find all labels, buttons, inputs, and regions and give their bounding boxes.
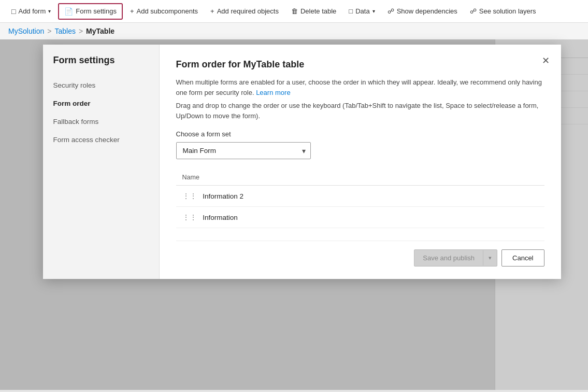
delete-table-button[interactable]: 🗑 Delete table [286,4,341,18]
see-solution-layers-button[interactable]: ☍ See solution layers [465,4,541,18]
solution-layers-icon: ☍ [470,7,477,15]
name-column-header: Name [176,170,544,186]
save-publish-dropdown-icon[interactable]: ▾ [483,250,497,265]
form-order-table: Name ⋮⋮ Information 2 ⋮⋮ [176,170,544,228]
table-cell-information: ⋮⋮ Information [176,207,544,228]
dialog-container: Form settings Security roles Form order … [43,45,561,279]
dialog-footer: Save and publish ▾ Cancel [176,241,544,267]
sidebar-item-security-roles[interactable]: Security roles [43,76,159,94]
data-button[interactable]: □ Data ▾ [343,4,380,18]
add-subcomponents-plus-icon: + [130,7,134,15]
drag-handle-icon[interactable]: ⋮⋮ [182,213,197,221]
add-form-icon: □ [11,7,16,16]
dialog-desc-2: Drag and drop to change the order or use… [176,101,544,121]
breadcrumb-sep-2: > [79,27,83,35]
cancel-button[interactable]: Cancel [501,249,544,267]
table-row: ⋮⋮ Information [176,207,544,228]
sidebar-item-fallback-forms[interactable]: Fallback forms [43,113,159,131]
breadcrumb-current: MyTable [86,27,114,35]
form-settings-button[interactable]: 📄 Form settings [58,3,123,20]
dialog-overlay: Form settings Security roles Form order … [0,39,588,390]
add-form-button[interactable]: □ Add form ▾ [6,4,56,19]
dialog-title: Form order for MyTable table [176,59,544,70]
drag-handle-icon[interactable]: ⋮⋮ [182,192,197,200]
add-form-chevron-icon: ▾ [48,8,51,14]
breadcrumb-solution[interactable]: MySolution [8,27,44,35]
show-dependencies-button[interactable]: ☍ Show dependencies [382,4,463,18]
save-publish-main[interactable]: Save and publish [414,250,483,266]
sidebar-item-form-order[interactable]: Form order [43,94,159,113]
sidebar-title: Form settings [43,55,159,76]
breadcrumb-tables[interactable]: Tables [54,27,75,35]
dialog-desc-1: When multiple forms are enabled for a us… [176,77,544,97]
data-icon: □ [349,7,353,15]
breadcrumb-sep-1: > [47,27,51,35]
dialog-close-button[interactable]: ✕ [539,53,553,68]
main-layout: Type ▾ Custom Custom Custom Custom Form … [0,39,588,390]
save-publish-button[interactable]: Save and publish ▾ [414,249,497,267]
dependencies-icon: ☍ [388,7,394,15]
learn-more-link[interactable]: Learn more [256,89,290,96]
form-settings-sidebar: Form settings Security roles Form order … [43,45,160,279]
form-set-label: Choose a form set [176,130,544,138]
table-cell-information-2: ⋮⋮ Information 2 [176,186,544,207]
form-set-select[interactable]: Main FormQuick Create FormCard Form [176,142,311,159]
dialog-main-content: ✕ Form order for MyTable table When mult… [160,45,561,279]
data-chevron-icon: ▾ [372,8,375,14]
sidebar-item-form-access-checker[interactable]: Form access checker [43,131,159,149]
add-subcomponents-button[interactable]: + Add subcomponents [125,4,203,18]
delete-icon: 🗑 [291,7,298,15]
breadcrumb: MySolution > Tables > MyTable [0,23,588,39]
add-required-objects-button[interactable]: + Add required objects [205,4,284,18]
form-set-dropdown-wrapper: Main FormQuick Create FormCard Form ▾ [176,142,311,159]
table-row: ⋮⋮ Information 2 [176,186,544,207]
toolbar: □ Add form ▾ 📄 Form settings + Add subco… [0,0,588,23]
form-settings-icon: 📄 [64,7,73,16]
add-required-plus-icon: + [210,7,214,15]
